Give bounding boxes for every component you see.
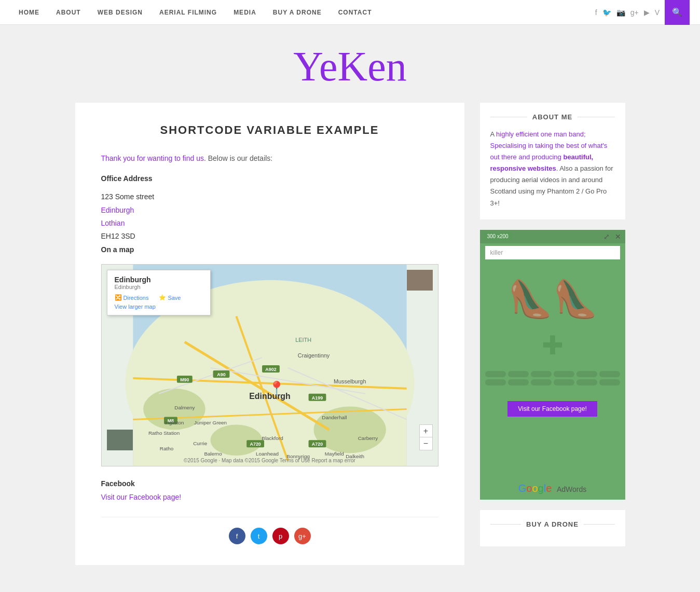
map-city-sub: Edinburgh	[115, 284, 203, 290]
search-button[interactable]: 🔍	[665, 0, 690, 25]
svg-text:Ratho: Ratho	[159, 446, 173, 451]
svg-text:Carberry: Carberry	[358, 435, 378, 441]
ad-heels-icon: 👠👠	[507, 278, 598, 320]
svg-text:Danderhall: Danderhall	[322, 415, 347, 421]
nav-contact[interactable]: CONTACT	[330, 0, 380, 25]
svg-text:A720: A720	[311, 442, 322, 447]
star-icon: ⭐	[159, 294, 166, 301]
map-city: Edinburgh	[115, 276, 203, 284]
svg-text:M90: M90	[180, 377, 189, 382]
svg-text:Ingliston: Ingliston	[164, 420, 184, 426]
svg-text:Dalmeny: Dalmeny	[174, 405, 195, 410]
pinterest-social-btn[interactable]: p	[272, 528, 289, 544]
svg-text:A90: A90	[217, 372, 225, 377]
ad-footer: Google AdWords	[480, 483, 625, 494]
office-label: Office Address	[101, 174, 438, 183]
facebook-social-btn[interactable]: f	[229, 528, 245, 544]
map-save-btn[interactable]: ⭐ Save	[159, 294, 181, 301]
svg-text:📍: 📍	[268, 380, 285, 396]
instagram-icon[interactable]: 📷	[616, 8, 625, 17]
svg-text:A720: A720	[250, 442, 260, 447]
nav-web-design[interactable]: WEB DESIGN	[89, 0, 151, 25]
svg-text:Juniper Green: Juniper Green	[194, 420, 227, 426]
logo-area: YeKen	[0, 25, 700, 103]
site-logo[interactable]: YeKen	[10, 46, 690, 87]
ad-top-bar: 300 x200 ⤢ ✕	[480, 230, 625, 243]
page-title: SHORTCODE VARIABLE EXAMPLE	[101, 123, 438, 137]
map-thumbnail	[407, 270, 433, 291]
vimeo-icon[interactable]: V	[655, 8, 660, 17]
address-line-1: 123 Some street	[101, 190, 438, 203]
twitter-icon[interactable]: 🐦	[602, 8, 611, 17]
nav-media[interactable]: MEDIA	[225, 0, 265, 25]
svg-text:Blackford: Blackford	[262, 435, 283, 441]
map-street-view[interactable]	[107, 430, 133, 450]
about-link-1[interactable]: highly efficient one man band; Specialis…	[490, 130, 608, 172]
ad-content: 👠👠 ✚ Visit our Facebook page!	[480, 262, 625, 427]
ad-adwords-label: AdWords	[557, 485, 586, 493]
intro-text: Thank you for wanting to find us. Below …	[101, 153, 438, 164]
svg-text:Craigentinny: Craigentinny	[297, 352, 330, 359]
content-area: SHORTCODE VARIABLE EXAMPLE Thank you for…	[75, 103, 464, 565]
main-container: SHORTCODE VARIABLE EXAMPLE Thank you for…	[65, 103, 636, 586]
address-line-4: EH12 3SD	[101, 230, 438, 243]
svg-text:Loanhead: Loanhead	[255, 451, 278, 457]
map-popup: Edinburgh Edinburgh 🔀 Directions ⭐ Save …	[107, 270, 211, 315]
map-footer: ©2015 Google · Map data ©2015 Google Ter…	[184, 458, 355, 463]
ad-search-bar[interactable]: killer	[485, 246, 620, 259]
directions-label: Directions	[123, 295, 149, 301]
nav-about[interactable]: ABOUT	[48, 0, 89, 25]
ad-pills	[485, 371, 620, 386]
svg-text:LEITH: LEITH	[295, 337, 311, 343]
youtube-icon[interactable]: ▶	[644, 8, 650, 17]
save-label: Save	[168, 295, 181, 301]
facebook-icon[interactable]: f	[595, 8, 597, 17]
buy-a-drone-section: BUY A DRONE	[480, 510, 625, 546]
ad-cross-icon: ✚	[542, 331, 564, 361]
map-zoom-controls: + −	[419, 424, 433, 450]
svg-text:Musselburgh: Musselburgh	[333, 378, 366, 384]
ad-google-logo: Google AdWords	[480, 483, 625, 494]
buy-drone-title: BUY A DRONE	[490, 520, 615, 528]
map-popup-actions: 🔀 Directions ⭐ Save	[115, 294, 203, 301]
zoom-out-button[interactable]: −	[420, 437, 432, 450]
address-line-2: Edinburgh	[101, 204, 438, 217]
intro-link[interactable]: Thank you for wanting to find us	[101, 154, 204, 162]
ad-visit-button[interactable]: Visit our Facebook page!	[507, 401, 597, 417]
nav-links: HOME ABOUT WEB DESIGN AERIAL FILMING MED…	[10, 0, 380, 25]
ad-close-icon[interactable]: ✕	[615, 232, 621, 241]
svg-text:Ratho Station: Ratho Station	[148, 430, 179, 436]
sidebar: ABOUT ME A highly efficient one man band…	[480, 103, 625, 565]
zoom-in-button[interactable]: +	[420, 425, 432, 437]
nav-buy-a-drone[interactable]: BUY A DRONE	[265, 0, 330, 25]
view-larger-map-link[interactable]: View larger map	[115, 304, 203, 310]
svg-text:Mayfield: Mayfield	[324, 451, 344, 457]
nav-aerial-filming[interactable]: AERIAL FILMING	[151, 0, 225, 25]
nav-right: f 🐦 📷 g+ ▶ V 🔍	[595, 0, 690, 25]
ad-banner[interactable]: 300 x200 ⤢ ✕ killer 👠👠 ✚	[480, 230, 625, 500]
address-line-3: Lothian	[101, 217, 438, 230]
facebook-section: Facebook Visit our Facebook page!	[101, 479, 438, 501]
svg-text:Balerno: Balerno	[204, 451, 222, 457]
on-a-map-label: On a map	[101, 245, 438, 254]
ad-expand-icon[interactable]: ⤢	[603, 232, 610, 241]
twitter-social-btn[interactable]: t	[251, 528, 267, 544]
svg-text:A199: A199	[311, 395, 322, 401]
about-text: A highly efficient one man band; Special…	[490, 129, 615, 209]
googleplus-icon[interactable]: g+	[630, 8, 639, 17]
address-block: Office Address 123 Some street Edinburgh…	[101, 174, 438, 254]
about-me-section: ABOUT ME A highly efficient one man band…	[480, 103, 625, 219]
directions-icon: 🔀	[115, 294, 122, 301]
map-container[interactable]: M90 A90 A902 A199 A720 A720 M8 Edinburgh…	[101, 264, 438, 466]
content-footer-social: f t p g+	[101, 517, 438, 544]
ad-label: 300 x200	[484, 232, 512, 240]
top-nav: HOME ABOUT WEB DESIGN AERIAL FILMING MED…	[0, 0, 700, 25]
about-me-title: ABOUT ME	[490, 113, 615, 121]
facebook-title: Facebook	[101, 479, 438, 488]
svg-text:A902: A902	[265, 367, 276, 372]
svg-text:Currie: Currie	[193, 440, 208, 446]
facebook-link[interactable]: Visit our Facebook page!	[101, 493, 182, 501]
googleplus-social-btn[interactable]: g+	[294, 528, 311, 544]
nav-home[interactable]: HOME	[10, 0, 48, 25]
map-directions-btn[interactable]: 🔀 Directions	[115, 294, 149, 301]
